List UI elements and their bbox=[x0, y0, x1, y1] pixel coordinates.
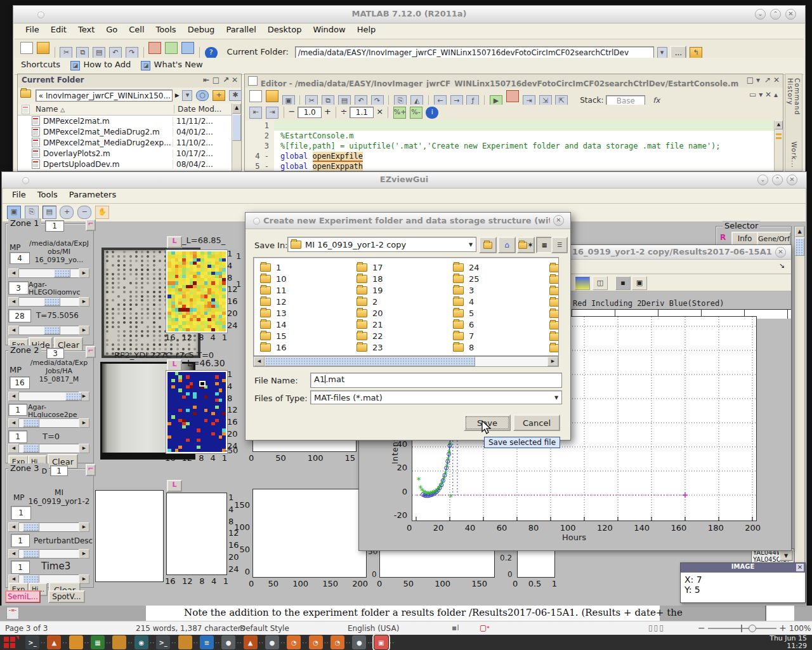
tab-command-history[interactable]: Command History bbox=[787, 78, 801, 139]
zone1-time-field[interactable]: 28 bbox=[8, 309, 31, 322]
taskbar-app-circle-3-icon[interactable]: ● bbox=[352, 635, 366, 649]
scroll-up-icon[interactable]: ▲ bbox=[232, 103, 241, 114]
clock[interactable]: Thu Jun 15 11:29 bbox=[769, 635, 807, 650]
colormap-icon[interactable] bbox=[575, 276, 590, 290]
maximize-icon[interactable]: ⌃ bbox=[770, 9, 781, 20]
dock-icon[interactable]: ⇤ bbox=[203, 76, 209, 84]
zone1-mp-field[interactable]: 4 bbox=[10, 252, 30, 264]
image-window-close-icon[interactable]: ✕ bbox=[796, 564, 804, 571]
folder-list[interactable]: 1101112131415161718192202122232425345678 bbox=[253, 257, 559, 356]
zone3-index-field[interactable]: 1 bbox=[50, 465, 68, 476]
zone1-popout-icon[interactable]: ⌐ bbox=[86, 219, 96, 231]
zone3-media-field[interactable]: 1 bbox=[11, 534, 30, 547]
date-column-header[interactable]: Date Mod... bbox=[174, 105, 221, 114]
folder-icon-partial[interactable] bbox=[549, 275, 559, 284]
ez-pan-hand-icon[interactable]: ✋ bbox=[95, 206, 109, 219]
code-line[interactable]: 2%EstartConsole.m bbox=[245, 131, 775, 141]
folder-item[interactable]: 14 bbox=[260, 320, 287, 329]
matlab-menu-edit[interactable]: Edit bbox=[45, 23, 72, 36]
code-line[interactable]: 1 bbox=[245, 121, 775, 131]
unsaved-changes-icon[interactable]: ▢* bbox=[480, 623, 490, 632]
slider-right-icon[interactable]: ▶ bbox=[79, 269, 89, 278]
writer-page[interactable]: Note the addition to the experiment fold… bbox=[146, 606, 660, 621]
matlab-menu-help[interactable]: Help bbox=[351, 23, 382, 36]
value-field-1[interactable]: 1.0 bbox=[298, 107, 322, 118]
ezview-menu-tools[interactable]: Tools bbox=[32, 189, 63, 201]
folder-item[interactable]: 6 bbox=[453, 320, 474, 329]
address-dropdown-icon[interactable]: ▾ bbox=[182, 90, 192, 101]
heatmap1-L-button[interactable]: L bbox=[167, 236, 182, 248]
editor-close-icon[interactable]: ✕ bbox=[773, 76, 780, 84]
folder-item[interactable]: 25 bbox=[453, 274, 480, 284]
grid-view-icon[interactable]: ▦ bbox=[536, 237, 553, 253]
list-view-icon[interactable]: ☰ bbox=[551, 237, 568, 253]
name-column-header[interactable]: Name △ bbox=[36, 105, 65, 114]
new-folder-icon[interactable]: + bbox=[213, 90, 225, 101]
home-icon[interactable]: ⌂ bbox=[498, 237, 516, 253]
folder-icon-partial[interactable] bbox=[549, 287, 559, 295]
minimize-icon[interactable]: ⌄ bbox=[755, 9, 766, 20]
matlab-menu-desktop[interactable]: Desktop bbox=[262, 23, 308, 36]
files-of-type-dropdown-icon[interactable]: ▼ bbox=[551, 391, 561, 404]
zone2-slider-1[interactable]: ◀▶ bbox=[8, 392, 89, 401]
new-file-icon[interactable] bbox=[20, 42, 33, 54]
zone1-slider-3[interactable]: ◀▶ bbox=[8, 326, 89, 335]
address-expand-icon[interactable]: ▶ bbox=[175, 92, 180, 98]
matlab-menu-go[interactable]: Go bbox=[100, 23, 123, 36]
folder-item[interactable]: 1 bbox=[260, 263, 281, 272]
simulink-icon[interactable] bbox=[148, 42, 161, 54]
image-view-icon[interactable]: ▣ bbox=[632, 276, 647, 290]
zone1-media-field[interactable]: 3 bbox=[8, 281, 29, 295]
dialog-titlebar[interactable]: Create new Experiment folder and data st… bbox=[246, 213, 570, 229]
taskbar-terminal-2-icon[interactable]: >_ bbox=[156, 635, 170, 649]
folder-icon-partial[interactable] bbox=[549, 298, 559, 307]
code-line[interactable]: 5 -global openExppath bbox=[245, 161, 775, 171]
file-row[interactable]: DMPexcel2mat_MediaDrug2exp...11/10/2... bbox=[18, 137, 232, 148]
ez-minimize-icon[interactable]: ⌄ bbox=[757, 175, 768, 185]
profiler-icon[interactable] bbox=[181, 42, 194, 54]
editor-header[interactable]: Editor - /media/data/EASY/InovImager_jwr… bbox=[245, 74, 783, 89]
ez-maximize-icon[interactable]: ⌃ bbox=[772, 175, 783, 185]
file-row[interactable]: DpertsUploadDev.m08/04/2... bbox=[18, 159, 232, 169]
zone3-plot-L-button[interactable]: L bbox=[167, 480, 182, 492]
current-folder-input[interactable]: /media/data/EASY/InovImager_jwrCF_WINLin… bbox=[295, 46, 654, 59]
shortcut-whats-new[interactable]: What's New bbox=[154, 60, 203, 69]
file-row[interactable]: DMPexcel2mat.m11/11/2... bbox=[18, 116, 232, 126]
tab-workspace[interactable]: Work... bbox=[790, 142, 797, 167]
matlab-menu-cell[interactable]: Cell bbox=[123, 23, 150, 36]
slider-left-icon[interactable]: ◀ bbox=[8, 269, 19, 278]
hscroll-thumb[interactable] bbox=[265, 357, 475, 366]
editor-undock-icon[interactable]: ↗ bbox=[764, 76, 771, 84]
folder-item[interactable]: 18 bbox=[357, 274, 383, 284]
current-folder-panel-header[interactable]: Current Folder ⇤ □ ↗ ✕ bbox=[18, 74, 241, 89]
layout-icon[interactable]: ◫ bbox=[593, 276, 608, 290]
editor-restore-icon[interactable]: □ ▾ bbox=[745, 76, 761, 84]
editor-open-icon[interactable] bbox=[266, 90, 278, 102]
guide-icon[interactable] bbox=[165, 42, 178, 54]
folder-item[interactable]: 20 bbox=[357, 308, 383, 318]
status-language[interactable]: English (USA) bbox=[348, 624, 399, 633]
file-list-scrollbar[interactable]: ▲ bbox=[232, 103, 241, 171]
folder-item[interactable]: 7 bbox=[453, 331, 474, 341]
taskbar-matlab-2-icon[interactable]: ▲ bbox=[244, 635, 258, 649]
zone3-popout-icon[interactable]: ⌐ bbox=[86, 464, 96, 476]
ezview-titlebar[interactable]: EZviewGui ⌄ ⌃ ✕ bbox=[2, 172, 806, 189]
taskbar-spreadsheet-calc-icon[interactable]: ▦ bbox=[91, 635, 105, 649]
ezview-menu-parameters[interactable]: Parameters bbox=[63, 189, 122, 201]
ez-scroll-up-icon[interactable]: ▲ bbox=[795, 227, 804, 237]
up-one-level-icon[interactable] bbox=[479, 237, 497, 253]
status-words[interactable]: 215 words, 1,387 characters bbox=[136, 624, 245, 633]
taskbar-file-manager-folder-icon[interactable] bbox=[69, 635, 83, 649]
folder-icon-partial[interactable] bbox=[549, 321, 559, 329]
ezview-menu-file[interactable]: File bbox=[6, 189, 32, 201]
save-in-combo[interactable]: MI 16_0919_yor1-2 copy ▼ bbox=[287, 237, 476, 252]
folder-item[interactable]: 13 bbox=[260, 308, 287, 318]
taskbar-active-task-image-icon[interactable]: ▣ bbox=[374, 635, 388, 649]
matlab-menu-debug[interactable]: Debug bbox=[182, 23, 221, 36]
divide-icon[interactable]: ÷ bbox=[341, 107, 348, 116]
zone2-time-field[interactable]: 1 bbox=[8, 430, 27, 443]
taskbar-writer-document-icon[interactable]: ≡ bbox=[200, 635, 214, 649]
folder-item[interactable]: 8 bbox=[453, 343, 474, 352]
taskbar-firefox-1-icon[interactable]: ◔ bbox=[287, 635, 301, 649]
file-row[interactable]: DoverlayPlots2.m10/17/2... bbox=[18, 148, 232, 159]
